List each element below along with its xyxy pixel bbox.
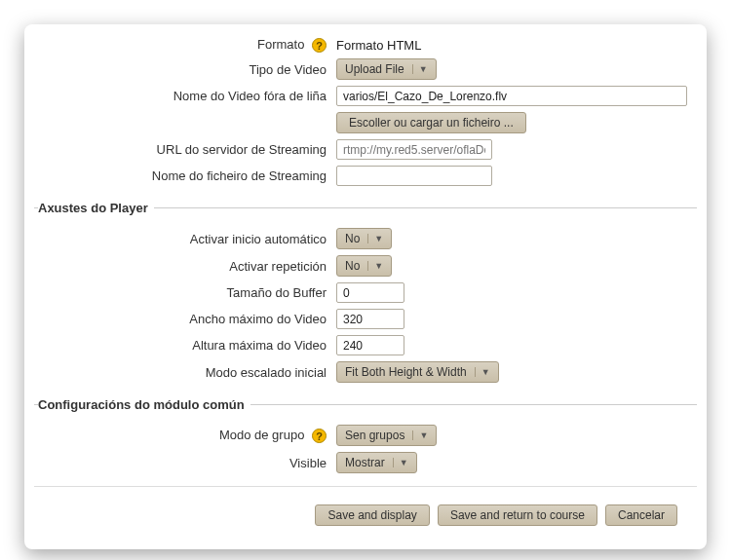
actions-bar: Save and display Save and return to cour…: [34, 486, 697, 530]
chevron-down-icon: ▼: [367, 261, 383, 271]
escoller-ficheiro-button[interactable]: Escoller ou cargar un ficheiro ...: [336, 112, 526, 133]
tipo-video-label: Tipo de Video: [34, 62, 336, 77]
nome-streaming-label: Nome do ficheiro de Streaming: [34, 168, 336, 183]
chevron-down-icon: ▼: [393, 458, 408, 467]
cancel-button[interactable]: Cancelar: [605, 504, 677, 526]
group-mode-label: Modo de grupo ?: [34, 428, 336, 443]
height-input[interactable]: [336, 335, 404, 355]
chevron-down-icon: ▼: [367, 234, 383, 243]
height-label: Altura máxima do Video: [34, 338, 336, 353]
url-streaming-input: [336, 139, 492, 160]
scale-label: Modo escalado inicial: [34, 365, 336, 380]
formato-label: Formato ?: [34, 37, 336, 53]
help-icon[interactable]: ?: [312, 429, 327, 443]
nome-video-label: Nome do Video fóra de liña: [34, 89, 336, 103]
nome-video-input[interactable]: [336, 86, 687, 106]
repeat-label: Activar repetición: [34, 259, 336, 274]
common-fieldset: Configuracións do módulo común Modo de g…: [34, 397, 697, 476]
repeat-select[interactable]: No ▼: [336, 255, 392, 277]
nome-streaming-input[interactable]: [336, 166, 492, 186]
common-legend: Configuracións do módulo común: [38, 397, 250, 412]
form-panel: Formato ? Formato HTML Tipo de Video Upl…: [24, 24, 707, 549]
chevron-down-icon: ▼: [412, 430, 428, 440]
width-input[interactable]: [336, 309, 404, 329]
buffer-label: Tamaño do Buffer: [34, 285, 336, 300]
save-and-return-button[interactable]: Save and return to course: [438, 504, 597, 526]
autostart-select[interactable]: No ▼: [336, 228, 392, 249]
player-legend: Axustes do Player: [38, 201, 154, 215]
scale-select[interactable]: Fit Both Height & Width ▼: [336, 361, 499, 383]
visible-label: Visible: [34, 456, 336, 470]
visible-select[interactable]: Mostrar ▼: [336, 452, 417, 473]
help-icon[interactable]: ?: [312, 38, 327, 53]
player-fieldset: Axustes do Player Activar inicio automát…: [34, 201, 697, 386]
tipo-video-select[interactable]: Upload File ▼: [336, 58, 437, 80]
save-and-display-button[interactable]: Save and display: [315, 504, 429, 526]
width-label: Ancho máximo do Video: [34, 312, 336, 326]
formato-value: Formato HTML: [336, 38, 421, 53]
chevron-down-icon: ▼: [412, 64, 428, 74]
chevron-down-icon: ▼: [475, 367, 490, 377]
url-streaming-label: URL do servidor de Streaming: [34, 142, 336, 157]
autostart-label: Activar inicio automático: [34, 232, 336, 246]
buffer-input[interactable]: [336, 282, 404, 303]
group-mode-select[interactable]: Sen grupos ▼: [336, 425, 437, 446]
